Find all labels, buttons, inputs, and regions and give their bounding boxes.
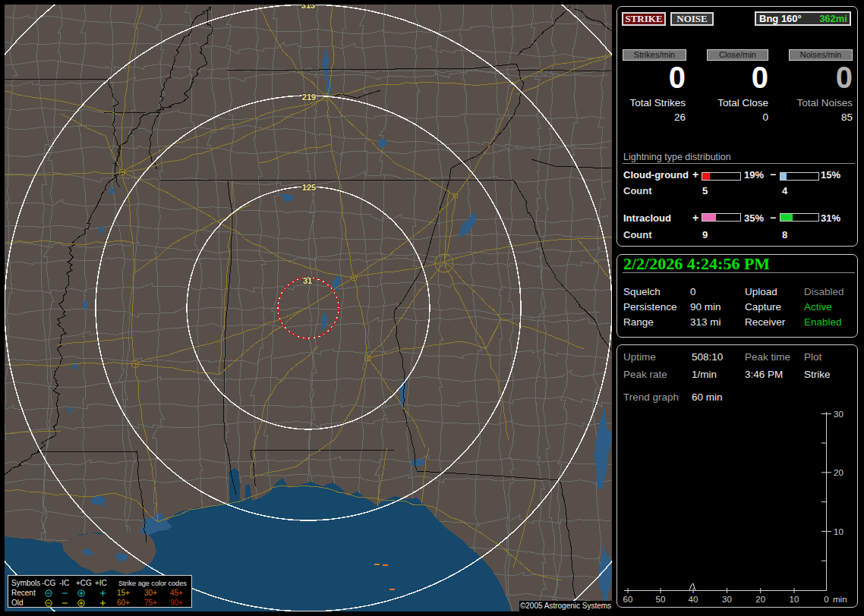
svg-text:31: 31 [303, 276, 312, 285]
svg-text:219: 219 [302, 93, 316, 102]
svg-text:0: 0 [824, 595, 828, 604]
svg-text:30: 30 [722, 595, 732, 604]
svg-text:313: 313 [301, 5, 315, 10]
svg-text:40: 40 [689, 595, 698, 604]
svg-text:125: 125 [302, 183, 316, 192]
svg-text:20: 20 [755, 595, 765, 604]
svg-text:10: 10 [834, 527, 844, 536]
svg-text:min: min [833, 595, 847, 604]
svg-text:50: 50 [656, 595, 666, 604]
svg-text:10: 10 [790, 595, 799, 604]
svg-text:60: 60 [623, 595, 633, 604]
svg-text:30: 30 [834, 410, 844, 419]
svg-text:20: 20 [834, 468, 844, 477]
